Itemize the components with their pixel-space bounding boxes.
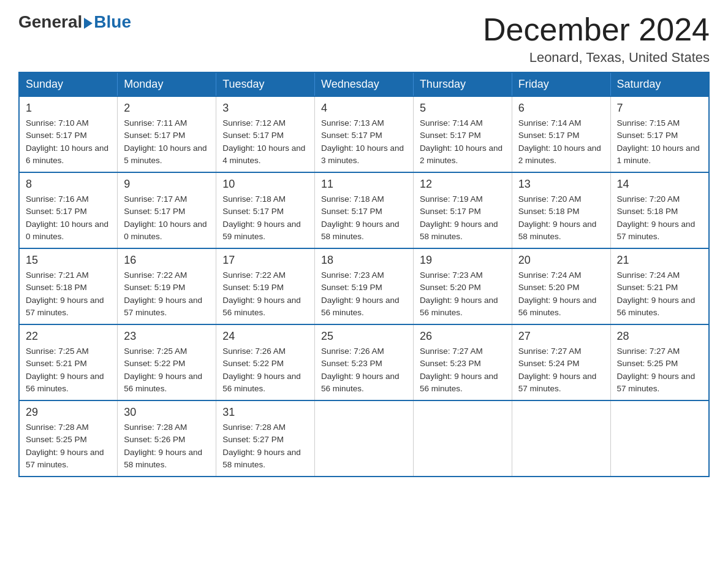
day-number: 14 bbox=[617, 178, 702, 191]
calendar-cell: 28 Sunrise: 7:27 AM Sunset: 5:25 PM Dayl… bbox=[610, 324, 709, 400]
calendar-cell: 15 Sunrise: 7:21 AM Sunset: 5:18 PM Dayl… bbox=[19, 248, 118, 324]
calendar-cell: 8 Sunrise: 7:16 AM Sunset: 5:17 PM Dayli… bbox=[19, 172, 118, 248]
week-row-3: 15 Sunrise: 7:21 AM Sunset: 5:18 PM Dayl… bbox=[19, 248, 709, 324]
day-info: Sunrise: 7:20 AM Sunset: 5:18 PM Dayligh… bbox=[518, 193, 604, 243]
day-info: Sunrise: 7:13 AM Sunset: 5:17 PM Dayligh… bbox=[321, 117, 407, 167]
header-wednesday: Wednesday bbox=[315, 72, 414, 96]
logo-general-text: General bbox=[18, 12, 82, 32]
day-info: Sunrise: 7:16 AM Sunset: 5:17 PM Dayligh… bbox=[26, 193, 111, 243]
calendar-cell: 7 Sunrise: 7:15 AM Sunset: 5:17 PM Dayli… bbox=[610, 96, 709, 172]
calendar-cell: 13 Sunrise: 7:20 AM Sunset: 5:18 PM Dayl… bbox=[512, 172, 610, 248]
calendar-cell: 21 Sunrise: 7:24 AM Sunset: 5:21 PM Dayl… bbox=[610, 248, 709, 324]
day-number: 11 bbox=[321, 178, 407, 191]
calendar-cell: 10 Sunrise: 7:18 AM Sunset: 5:17 PM Dayl… bbox=[216, 172, 315, 248]
calendar-cell: 24 Sunrise: 7:26 AM Sunset: 5:22 PM Dayl… bbox=[216, 324, 315, 400]
logo-arrow-icon bbox=[84, 18, 93, 29]
day-info: Sunrise: 7:23 AM Sunset: 5:20 PM Dayligh… bbox=[420, 269, 506, 319]
calendar-cell: 9 Sunrise: 7:17 AM Sunset: 5:17 PM Dayli… bbox=[118, 172, 216, 248]
header-tuesday: Tuesday bbox=[216, 72, 315, 96]
day-info: Sunrise: 7:26 AM Sunset: 5:22 PM Dayligh… bbox=[222, 345, 308, 395]
calendar-cell: 20 Sunrise: 7:24 AM Sunset: 5:20 PM Dayl… bbox=[512, 248, 610, 324]
day-number: 6 bbox=[518, 102, 604, 115]
location-title: Leonard, Texas, United States bbox=[483, 50, 710, 66]
week-row-2: 8 Sunrise: 7:16 AM Sunset: 5:17 PM Dayli… bbox=[19, 172, 709, 248]
day-number: 12 bbox=[420, 178, 506, 191]
calendar-cell: 22 Sunrise: 7:25 AM Sunset: 5:21 PM Dayl… bbox=[19, 324, 118, 400]
day-info: Sunrise: 7:23 AM Sunset: 5:19 PM Dayligh… bbox=[321, 269, 407, 319]
header-friday: Friday bbox=[512, 72, 610, 96]
day-info: Sunrise: 7:28 AM Sunset: 5:26 PM Dayligh… bbox=[124, 421, 210, 471]
calendar-cell bbox=[315, 400, 414, 477]
calendar-cell: 17 Sunrise: 7:22 AM Sunset: 5:19 PM Dayl… bbox=[216, 248, 315, 324]
day-number: 24 bbox=[222, 330, 308, 343]
day-info: Sunrise: 7:27 AM Sunset: 5:24 PM Dayligh… bbox=[518, 345, 604, 395]
header-thursday: Thursday bbox=[413, 72, 512, 96]
day-info: Sunrise: 7:14 AM Sunset: 5:17 PM Dayligh… bbox=[420, 117, 506, 167]
day-info: Sunrise: 7:18 AM Sunset: 5:17 PM Dayligh… bbox=[321, 193, 407, 243]
day-number: 5 bbox=[420, 102, 506, 115]
day-number: 17 bbox=[222, 254, 308, 267]
day-info: Sunrise: 7:25 AM Sunset: 5:22 PM Dayligh… bbox=[124, 345, 210, 395]
day-info: Sunrise: 7:24 AM Sunset: 5:21 PM Dayligh… bbox=[617, 269, 702, 319]
day-number: 18 bbox=[321, 254, 407, 267]
calendar-cell: 1 Sunrise: 7:10 AM Sunset: 5:17 PM Dayli… bbox=[19, 96, 118, 172]
calendar-cell: 18 Sunrise: 7:23 AM Sunset: 5:19 PM Dayl… bbox=[315, 248, 414, 324]
day-info: Sunrise: 7:26 AM Sunset: 5:23 PM Dayligh… bbox=[321, 345, 407, 395]
calendar-cell bbox=[610, 400, 709, 477]
day-number: 16 bbox=[124, 254, 210, 267]
calendar-cell: 3 Sunrise: 7:12 AM Sunset: 5:17 PM Dayli… bbox=[216, 96, 315, 172]
day-info: Sunrise: 7:27 AM Sunset: 5:23 PM Dayligh… bbox=[420, 345, 506, 395]
week-row-4: 22 Sunrise: 7:25 AM Sunset: 5:21 PM Dayl… bbox=[19, 324, 709, 400]
calendar-cell: 6 Sunrise: 7:14 AM Sunset: 5:17 PM Dayli… bbox=[512, 96, 610, 172]
month-title: December 2024 bbox=[483, 12, 710, 47]
day-number: 22 bbox=[26, 330, 111, 343]
logo: General Blue bbox=[18, 12, 131, 32]
day-number: 21 bbox=[617, 254, 702, 267]
day-info: Sunrise: 7:11 AM Sunset: 5:17 PM Dayligh… bbox=[124, 117, 210, 167]
day-info: Sunrise: 7:15 AM Sunset: 5:17 PM Dayligh… bbox=[617, 117, 702, 167]
day-info: Sunrise: 7:18 AM Sunset: 5:17 PM Dayligh… bbox=[222, 193, 308, 243]
day-info: Sunrise: 7:27 AM Sunset: 5:25 PM Dayligh… bbox=[617, 345, 702, 395]
day-number: 4 bbox=[321, 102, 407, 115]
day-number: 1 bbox=[26, 102, 111, 115]
calendar-cell: 16 Sunrise: 7:22 AM Sunset: 5:19 PM Dayl… bbox=[118, 248, 216, 324]
calendar-cell: 29 Sunrise: 7:28 AM Sunset: 5:25 PM Dayl… bbox=[19, 400, 118, 477]
calendar-cell: 19 Sunrise: 7:23 AM Sunset: 5:20 PM Dayl… bbox=[413, 248, 512, 324]
day-number: 3 bbox=[222, 102, 308, 115]
page-header: General Blue December 2024 Leonard, Texa… bbox=[18, 12, 710, 66]
calendar-cell: 23 Sunrise: 7:25 AM Sunset: 5:22 PM Dayl… bbox=[118, 324, 216, 400]
day-number: 28 bbox=[617, 330, 702, 343]
day-info: Sunrise: 7:28 AM Sunset: 5:27 PM Dayligh… bbox=[222, 421, 308, 471]
calendar-header-row: SundayMondayTuesdayWednesdayThursdayFrid… bbox=[19, 72, 709, 96]
day-number: 23 bbox=[124, 330, 210, 343]
header-monday: Monday bbox=[118, 72, 216, 96]
day-info: Sunrise: 7:24 AM Sunset: 5:20 PM Dayligh… bbox=[518, 269, 604, 319]
day-number: 30 bbox=[124, 406, 210, 419]
day-number: 2 bbox=[124, 102, 210, 115]
calendar-cell bbox=[413, 400, 512, 477]
day-number: 25 bbox=[321, 330, 407, 343]
calendar-cell: 4 Sunrise: 7:13 AM Sunset: 5:17 PM Dayli… bbox=[315, 96, 414, 172]
week-row-5: 29 Sunrise: 7:28 AM Sunset: 5:25 PM Dayl… bbox=[19, 400, 709, 477]
calendar-cell bbox=[512, 400, 610, 477]
day-info: Sunrise: 7:17 AM Sunset: 5:17 PM Dayligh… bbox=[124, 193, 210, 243]
logo-blue-text: Blue bbox=[94, 12, 131, 32]
calendar-cell: 12 Sunrise: 7:19 AM Sunset: 5:17 PM Dayl… bbox=[413, 172, 512, 248]
day-number: 10 bbox=[222, 178, 308, 191]
day-number: 19 bbox=[420, 254, 506, 267]
day-number: 31 bbox=[222, 406, 308, 419]
day-info: Sunrise: 7:12 AM Sunset: 5:17 PM Dayligh… bbox=[222, 117, 308, 167]
calendar-cell: 25 Sunrise: 7:26 AM Sunset: 5:23 PM Dayl… bbox=[315, 324, 414, 400]
day-info: Sunrise: 7:19 AM Sunset: 5:17 PM Dayligh… bbox=[420, 193, 506, 243]
day-number: 7 bbox=[617, 102, 702, 115]
day-number: 13 bbox=[518, 178, 604, 191]
calendar-cell: 5 Sunrise: 7:14 AM Sunset: 5:17 PM Dayli… bbox=[413, 96, 512, 172]
day-number: 27 bbox=[518, 330, 604, 343]
calendar-cell: 31 Sunrise: 7:28 AM Sunset: 5:27 PM Dayl… bbox=[216, 400, 315, 477]
day-info: Sunrise: 7:10 AM Sunset: 5:17 PM Dayligh… bbox=[26, 117, 111, 167]
calendar-cell: 11 Sunrise: 7:18 AM Sunset: 5:17 PM Dayl… bbox=[315, 172, 414, 248]
day-number: 29 bbox=[26, 406, 111, 419]
header-sunday: Sunday bbox=[19, 72, 118, 96]
day-number: 9 bbox=[124, 178, 210, 191]
title-block: December 2024 Leonard, Texas, United Sta… bbox=[483, 12, 710, 66]
